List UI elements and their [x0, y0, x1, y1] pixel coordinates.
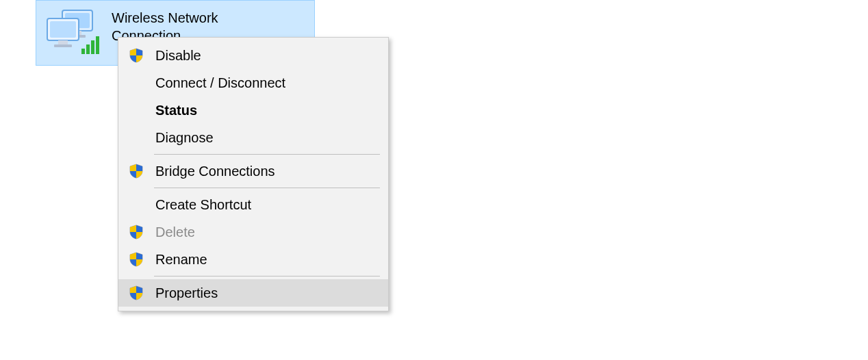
- menu-diagnose[interactable]: Diagnose: [118, 124, 388, 151]
- menu-separator: [154, 154, 380, 155]
- menu-disable[interactable]: Disable: [118, 42, 388, 69]
- menu-label: Bridge Connections: [155, 164, 275, 179]
- menu-label: Delete: [155, 224, 195, 240]
- shield-icon: [128, 285, 144, 301]
- svg-rect-8: [81, 49, 85, 54]
- menu-label: Status: [155, 103, 197, 118]
- context-menu: Disable Connect / Disconnect Status Diag…: [118, 37, 389, 311]
- menu-label: Connect / Disconnect: [155, 75, 285, 91]
- menu-separator: [154, 188, 380, 188]
- menu-status[interactable]: Status: [118, 97, 388, 124]
- menu-label: Diagnose: [155, 130, 214, 146]
- shield-icon: [128, 47, 144, 64]
- shield-icon: [128, 251, 144, 268]
- svg-rect-9: [86, 44, 90, 54]
- menu-properties[interactable]: Properties: [118, 279, 388, 307]
- svg-rect-6: [58, 40, 68, 44]
- menu-separator: [154, 276, 380, 277]
- menu-bridge-connections[interactable]: Bridge Connections: [118, 157, 388, 185]
- menu-label: Properties: [155, 285, 218, 301]
- menu-label: Disable: [155, 48, 201, 64]
- menu-label: Create Shortcut: [155, 197, 251, 213]
- menu-rename[interactable]: Rename: [118, 246, 388, 273]
- shield-icon: [128, 224, 144, 240]
- svg-rect-10: [91, 40, 94, 54]
- svg-rect-11: [96, 36, 99, 54]
- svg-rect-7: [54, 44, 72, 47]
- network-computers-icon: [44, 9, 99, 57]
- adapter-title-line1: Wireless Network: [112, 9, 218, 27]
- shield-icon: [128, 163, 144, 179]
- svg-rect-5: [50, 21, 76, 38]
- menu-delete: Delete: [118, 218, 388, 246]
- menu-connect-disconnect[interactable]: Connect / Disconnect: [118, 69, 388, 97]
- menu-create-shortcut[interactable]: Create Shortcut: [118, 191, 388, 218]
- menu-label: Rename: [155, 252, 207, 268]
